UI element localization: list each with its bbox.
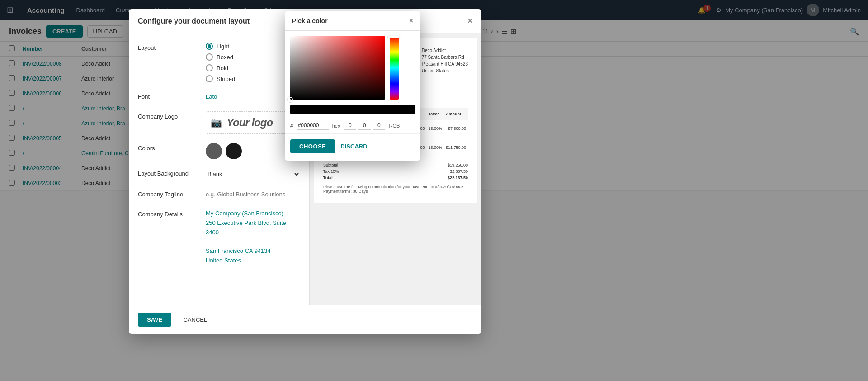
color-result-bar <box>290 105 415 114</box>
rgb-inputs <box>344 121 385 130</box>
colors-row: Colors <box>138 143 300 159</box>
rgb-r-input[interactable] <box>344 121 356 130</box>
layout-bg-row: Layout Background Blank Light Dark <box>138 168 300 180</box>
hash-symbol: # <box>290 123 293 129</box>
radio-light <box>206 43 213 50</box>
company-details-field: My Company (San Francisco) 250 Executive… <box>206 209 300 266</box>
hue-strip[interactable] <box>390 36 399 100</box>
color-swatch-2[interactable] <box>226 143 242 159</box>
color-picker-modal: Pick a color × # hex RGB CHOOSE DISCARD <box>285 11 420 161</box>
company-logo-row: Company Logo 📷 Your logo <box>138 111 300 134</box>
company-details-row: Company Details My Company (San Francisc… <box>138 209 300 266</box>
color-picker-buttons: CHOOSE DISCARD <box>285 133 420 161</box>
radio-bold <box>206 64 213 71</box>
company-tagline-field <box>206 189 300 200</box>
color-picker-close[interactable]: × <box>409 17 413 25</box>
company-logo-label: Company Logo <box>138 111 206 120</box>
company-tagline-label: Company Tagline <box>138 189 206 198</box>
configure-modal-footer: SAVE CANCEL <box>129 305 481 334</box>
hex-input[interactable] <box>297 121 329 130</box>
preview-invoice-totals: Subtotal $19,250.00 Tax 15% $2,887.50 To… <box>323 162 468 181</box>
color-swatch-1[interactable] <box>206 143 222 159</box>
layout-bg-select[interactable]: Blank Light Dark <box>206 168 300 180</box>
rgb-g-input[interactable] <box>358 121 371 130</box>
preview-company-address: Deco Addict 77 Santa Barbara Rd Pleasant… <box>422 47 468 74</box>
save-button[interactable]: SAVE <box>138 313 171 327</box>
color-picker-header: Pick a color × <box>285 11 420 31</box>
camera-icon: 📷 <box>211 117 222 128</box>
configure-form: Layout Light Boxed Bold <box>129 33 310 305</box>
layout-bg-field: Blank Light Dark <box>206 168 300 180</box>
cancel-button[interactable]: CANCEL <box>176 313 214 327</box>
layout-bg-label: Layout Background <box>138 168 206 177</box>
color-picker-gradient-area <box>285 31 420 105</box>
color-gradient-box[interactable] <box>290 36 385 100</box>
color-picker-inputs: # hex RGB <box>285 118 420 133</box>
radio-boxed <box>206 53 213 61</box>
color-picker-title: Pick a color <box>292 17 328 24</box>
hue-cursor <box>388 36 401 38</box>
choose-button[interactable]: CHOOSE <box>290 139 335 153</box>
configure-modal-title: Configure your document layout <box>138 17 250 25</box>
font-row: Font <box>138 91 300 102</box>
rgb-label: RGB <box>389 123 400 129</box>
colors-label: Colors <box>138 143 206 152</box>
configure-modal-close[interactable]: × <box>467 16 472 26</box>
layout-label: Layout <box>138 43 206 51</box>
company-details-text[interactable]: My Company (San Francisco) 250 Executive… <box>206 209 300 266</box>
radio-striped <box>206 75 213 82</box>
layout-row: Layout Light Boxed Bold <box>138 43 300 82</box>
hex-label: hex <box>332 123 340 129</box>
discard-button[interactable]: DISCARD <box>340 143 367 150</box>
company-details-label: Company Details <box>138 209 206 218</box>
company-tagline-row: Company Tagline <box>138 189 300 200</box>
company-tagline-input[interactable] <box>206 189 300 200</box>
font-label: Font <box>138 91 206 100</box>
gradient-cursor <box>288 97 293 102</box>
preview-payment-note: Please use the following communication f… <box>323 185 468 194</box>
rgb-b-input[interactable] <box>373 121 385 130</box>
